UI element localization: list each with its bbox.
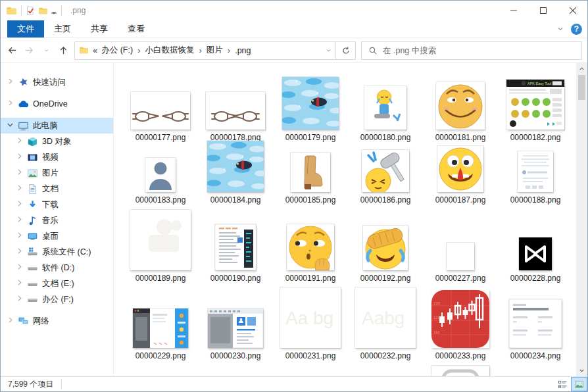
file-thumbnail-emoji-ponder bbox=[287, 224, 334, 270]
ribbon-tab[interactable]: 主页 bbox=[44, 20, 81, 37]
breadcrumb-item[interactable]: 小白数据恢复 bbox=[143, 45, 197, 56]
sidebar-item[interactable]: 系统文件 (C:) bbox=[1, 244, 113, 260]
minimize-button[interactable] bbox=[499, 1, 528, 20]
details-view-button[interactable] bbox=[554, 377, 571, 391]
file-tile[interactable]: 00000184.png bbox=[198, 142, 273, 205]
chevron-right-icon[interactable] bbox=[15, 247, 26, 257]
chevron-right-icon[interactable] bbox=[6, 316, 16, 326]
chevron-right-icon[interactable] bbox=[15, 136, 26, 147]
vertical-scrollbar[interactable] bbox=[576, 63, 587, 376]
file-tile[interactable]: APK Easy Tool00000182.png bbox=[498, 67, 573, 142]
sidebar-item[interactable]: 视频 bbox=[1, 149, 113, 165]
file-tile[interactable]: 00000234.png bbox=[498, 283, 573, 360]
sidebar-item[interactable]: 图片 bbox=[1, 165, 113, 181]
breadcrumb[interactable]: « 办公 (F:)›小白数据恢复›图片›.png bbox=[74, 41, 336, 60]
file-tile[interactable]: 00000181.png bbox=[423, 67, 498, 142]
file-tile-partial[interactable] bbox=[423, 360, 498, 376]
file-name: 00000183.png bbox=[135, 195, 186, 205]
address-dropdown-icon[interactable] bbox=[321, 47, 335, 54]
sidebar-item[interactable]: 网络 bbox=[1, 313, 113, 329]
folder-icon bbox=[6, 5, 17, 16]
file-tile[interactable]: 00000188.png bbox=[498, 142, 573, 205]
sidebar-item-label: 音乐 bbox=[42, 215, 59, 226]
chevron-right-icon[interactable] bbox=[15, 278, 26, 289]
chevron-right-icon[interactable] bbox=[6, 99, 16, 109]
file-tile[interactable]: 00000178.png bbox=[198, 67, 273, 142]
ribbon-collapse-icon[interactable] bbox=[556, 25, 564, 33]
chevron-right-icon[interactable] bbox=[6, 77, 16, 87]
back-button[interactable] bbox=[3, 42, 20, 59]
chevron-right-icon[interactable] bbox=[15, 231, 26, 241]
chevron-right-icon[interactable] bbox=[15, 294, 26, 305]
sidebar-item[interactable]: 文档 bbox=[1, 181, 113, 197]
sidebar-item[interactable]: 软件 (D:) bbox=[1, 260, 113, 276]
files-grid: 00000177.png00000178.png00000179.png0000… bbox=[123, 67, 576, 376]
close-button[interactable] bbox=[558, 1, 587, 20]
thumbnails-view-button[interactable] bbox=[571, 377, 587, 391]
file-tile[interactable]: 00000230.png bbox=[198, 283, 273, 360]
qat-dropdown-icon[interactable] bbox=[51, 9, 57, 15]
breadcrumb-item[interactable]: .png bbox=[232, 46, 253, 55]
cloud-icon bbox=[18, 99, 29, 110]
sidebar-item-label: 下载 bbox=[42, 199, 59, 210]
ribbon-tab[interactable]: 查看 bbox=[118, 20, 155, 37]
file-tile[interactable]: Aa bg00000231.png bbox=[273, 283, 348, 360]
refresh-button[interactable] bbox=[336, 41, 356, 60]
maximize-button[interactable] bbox=[528, 1, 558, 20]
file-tile[interactable]: Aabg00000232.png bbox=[348, 283, 423, 360]
sidebar-item[interactable]: 办公 (F:) bbox=[1, 291, 113, 307]
chevron-right-icon[interactable] bbox=[15, 215, 26, 226]
properties-check-icon[interactable] bbox=[26, 6, 36, 16]
chevron-right-icon[interactable] bbox=[15, 168, 26, 178]
file-tile[interactable]: 00000185.png bbox=[273, 142, 348, 205]
breadcrumb-separator-icon[interactable]: › bbox=[135, 45, 142, 55]
sidebar-item[interactable]: 桌面 bbox=[1, 228, 113, 244]
breadcrumb-item[interactable]: 图片 bbox=[204, 45, 226, 56]
sidebar-item[interactable]: 快速访问 bbox=[1, 74, 113, 90]
file-tile[interactable]: 00000191.png bbox=[273, 205, 348, 283]
help-button[interactable]: ? bbox=[571, 24, 582, 35]
ribbon-tab[interactable]: 共享 bbox=[81, 20, 118, 37]
file-tile[interactable]: 00000189.png bbox=[123, 205, 198, 283]
sidebar-item[interactable]: 音乐 bbox=[1, 212, 113, 228]
search-box bbox=[361, 41, 582, 60]
file-tile[interactable]: 00000192.png bbox=[348, 205, 423, 283]
file-tile[interactable]: 00000180.png bbox=[348, 67, 423, 142]
file-tile[interactable]: 13012011000000233.png bbox=[423, 283, 498, 360]
chevron-right-icon[interactable] bbox=[15, 152, 26, 162]
breadcrumb-separator-icon[interactable]: › bbox=[226, 45, 232, 55]
scroll-up-icon[interactable] bbox=[576, 63, 587, 74]
file-tile[interactable]: 00000177.png bbox=[123, 67, 198, 142]
file-tile[interactable]: 00000229.png bbox=[123, 283, 198, 360]
file-tile[interactable]: 00000227.png bbox=[423, 205, 498, 283]
file-tile[interactable]: 00000179.png bbox=[273, 67, 348, 142]
breadcrumb-item[interactable]: 办公 (F:) bbox=[99, 45, 135, 56]
recent-locations-icon[interactable] bbox=[37, 42, 55, 59]
file-tile[interactable]: 00000186.png bbox=[348, 142, 423, 205]
breadcrumb-separator-icon[interactable]: › bbox=[197, 45, 204, 55]
forward-button[interactable] bbox=[20, 42, 37, 59]
new-folder-icon[interactable] bbox=[38, 6, 48, 16]
chevron-right-icon[interactable] bbox=[15, 184, 26, 194]
file-tile[interactable]: 00000228.png bbox=[498, 205, 573, 283]
scroll-down-icon[interactable] bbox=[576, 365, 587, 376]
window-body: 快速访问OneDrive此电脑3D 对象视频图片文档下载音乐桌面系统文件 (C:… bbox=[1, 63, 587, 376]
sidebar-item[interactable]: OneDrive bbox=[1, 96, 113, 112]
chevron-right-icon[interactable] bbox=[15, 262, 26, 273]
up-button[interactable] bbox=[55, 42, 72, 59]
scrollbar-thumb[interactable] bbox=[578, 75, 585, 100]
breadcrumb-collapsed-marker[interactable]: « bbox=[93, 45, 99, 55]
file-tile[interactable]: 00000183.png bbox=[123, 142, 198, 205]
file-tile[interactable]: 00000190.png bbox=[198, 205, 273, 283]
drive-icon bbox=[27, 262, 38, 274]
ribbon-tab[interactable]: 文件 bbox=[7, 20, 44, 37]
chevron-right-icon[interactable] bbox=[15, 199, 26, 210]
chevron-down-icon[interactable] bbox=[6, 120, 16, 131]
sidebar-item[interactable]: 文档 (E:) bbox=[1, 276, 113, 291]
file-name: 00000181.png bbox=[435, 133, 486, 142]
file-tile[interactable]: 00000187.png bbox=[423, 142, 498, 205]
sidebar-item[interactable]: 此电脑 bbox=[1, 118, 113, 134]
sidebar-item[interactable]: 3D 对象 bbox=[1, 134, 113, 149]
search-input[interactable] bbox=[383, 42, 581, 59]
sidebar-item[interactable]: 下载 bbox=[1, 197, 113, 212]
